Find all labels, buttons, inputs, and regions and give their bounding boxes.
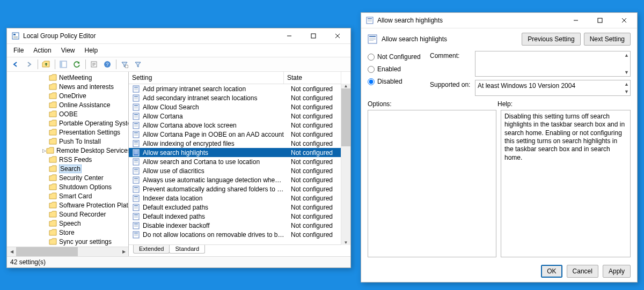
setting-row[interactable]: Add secondary intranet search locationsN… (129, 93, 350, 102)
setting-row[interactable]: Allow Cortana Page in OOBE on an AAD acc… (129, 130, 350, 139)
tree-item[interactable]: OOBE (7, 109, 128, 118)
svg-rect-41 (134, 144, 138, 145)
policy-heading: Allow search highlights (382, 35, 522, 43)
forward-button[interactable] (23, 58, 35, 71)
menu-view[interactable]: View (57, 46, 79, 55)
back-button[interactable] (9, 58, 22, 71)
tree-item[interactable]: ▷Remote Desktop Services (7, 146, 128, 155)
setting-row[interactable]: Always use automatic language detection … (129, 175, 350, 184)
scroll-up-button[interactable]: ▲ (341, 84, 350, 88)
setting-row[interactable]: Default indexed pathsNot configured (129, 212, 350, 221)
tree-item-label: Sound Recorder (59, 211, 106, 218)
svg-rect-2 (13, 36, 18, 37)
scroll-right-button[interactable]: ▶ (119, 247, 128, 256)
svg-rect-94 (369, 40, 374, 41)
setting-row[interactable]: Allow Cloud SearchNot configured (129, 102, 350, 111)
next-setting-button[interactable]: Next Setting (584, 33, 631, 46)
previous-setting-button[interactable]: Previous Setting (522, 33, 580, 46)
radio-disabled[interactable]: Disabled (368, 77, 426, 86)
setting-row[interactable]: Prevent automatically adding shared fold… (129, 184, 350, 194)
setting-row[interactable]: Do not allow locations on removable driv… (129, 230, 350, 239)
setting-row[interactable]: Add primary intranet search locationNot … (129, 84, 350, 93)
tree-item[interactable]: OneDrive (7, 91, 128, 100)
menu-action[interactable]: Action (29, 46, 55, 55)
filter-options-button[interactable] (118, 58, 131, 71)
setting-row[interactable]: Allow Cortana above lock screenNot confi… (129, 121, 350, 130)
supported-on-value: At least Windows 10 Version 2004 (475, 80, 630, 91)
tree-item[interactable]: Shutdown Options (7, 182, 128, 191)
filter-button[interactable] (131, 58, 144, 71)
tab-standard[interactable]: Standard (169, 245, 205, 254)
folder-icon (49, 92, 57, 100)
horizontal-scrollbar[interactable]: ◀ ▶ (7, 247, 128, 256)
settings-list[interactable]: Add primary intranet search locationNot … (129, 84, 350, 244)
apply-button[interactable]: Apply (603, 265, 631, 278)
titlebar[interactable]: Local Group Policy Editor (7, 28, 350, 44)
setting-row[interactable]: Indexer data locationNot configured (129, 194, 350, 203)
tree-item[interactable]: Presentation Settings (7, 128, 128, 137)
setting-name: Allow search highlights (143, 149, 288, 157)
minimize-button[interactable] (277, 28, 301, 43)
expand-icon[interactable]: ▷ (42, 148, 46, 153)
dialog-titlebar[interactable]: Allow search highlights (361, 13, 637, 28)
tree-item[interactable]: NetMeeting (7, 73, 128, 82)
tree-item[interactable]: RSS Feeds (7, 155, 128, 164)
setting-row[interactable]: Default excluded pathsNot configured (129, 203, 350, 212)
setting-row[interactable]: Allow search and Cortana to use location… (129, 157, 350, 166)
scroll-left-button[interactable]: ◀ (7, 247, 16, 256)
tree-item[interactable]: News and interests (7, 82, 128, 91)
setting-row[interactable]: Allow search highlightsNot configured (129, 148, 350, 157)
maximize-button[interactable] (301, 28, 325, 43)
export-button[interactable] (87, 58, 100, 71)
tree-item-label: Search (59, 165, 82, 173)
minimize-button[interactable] (564, 13, 588, 28)
cancel-button[interactable]: Cancel (567, 265, 598, 278)
up-button[interactable] (40, 58, 53, 71)
tree-item[interactable]: Search (7, 164, 128, 173)
menu-help[interactable]: Help (80, 46, 103, 55)
help-button[interactable]: ? (101, 58, 114, 71)
column-setting[interactable]: Setting (129, 72, 284, 84)
setting-row[interactable]: Allow use of diacriticsNot configured (129, 166, 350, 175)
radio-enabled[interactable]: Enabled (368, 64, 426, 74)
setting-row[interactable]: Allow indexing of encrypted filesNot con… (129, 139, 350, 148)
setting-icon (132, 131, 141, 138)
folder-icon (49, 238, 57, 246)
tree-item-label: Online Assistance (59, 101, 110, 109)
refresh-button[interactable] (70, 58, 83, 71)
scroll-down-button[interactable]: ▼ (341, 240, 350, 245)
svg-point-13 (125, 65, 128, 68)
setting-state: Not configured (288, 94, 341, 102)
list-header: Setting State (129, 72, 350, 84)
comment-textarea[interactable]: ▲▼ (475, 51, 631, 77)
maximize-button[interactable] (588, 13, 612, 28)
close-button[interactable] (612, 13, 636, 28)
svg-rect-61 (134, 190, 138, 190)
svg-rect-0 (12, 33, 19, 39)
tree-item-label: Speech (59, 220, 81, 227)
tree-item[interactable]: Smart Card (7, 191, 128, 200)
setting-row[interactable]: Disable indexer backoffNot configured (129, 221, 350, 230)
vertical-scrollbar[interactable]: ▲ ▼ (341, 84, 350, 245)
tree-item[interactable]: Speech (7, 219, 128, 228)
setting-row[interactable]: Allow CortanaNot configured (129, 111, 350, 121)
tree-item[interactable]: Portable Operating System (7, 118, 128, 128)
show-hide-tree-button[interactable] (57, 58, 70, 71)
tree-item[interactable]: Security Center (7, 173, 128, 182)
tab-extended[interactable]: Extended (133, 245, 170, 254)
folder-tree[interactable]: NetMeetingNews and interestsOneDriveOnli… (7, 72, 128, 247)
tree-item[interactable]: Push To Install (7, 137, 128, 146)
tree-item[interactable]: Store (7, 228, 128, 237)
folder-icon (49, 83, 57, 91)
menu-file[interactable]: File (9, 46, 28, 55)
tree-item[interactable]: Online Assistance (7, 100, 128, 109)
ok-button[interactable]: OK (541, 265, 562, 278)
folder-icon (49, 129, 57, 136)
tree-item[interactable]: Sync your settings (7, 237, 128, 246)
tree-item[interactable]: Software Protection Platform (7, 200, 128, 210)
column-state[interactable]: State (284, 72, 341, 84)
close-button[interactable] (325, 28, 349, 43)
tree-item[interactable]: Sound Recorder (7, 210, 128, 219)
setting-icon (132, 195, 141, 202)
radio-not-configured[interactable]: Not Configured (368, 52, 426, 62)
